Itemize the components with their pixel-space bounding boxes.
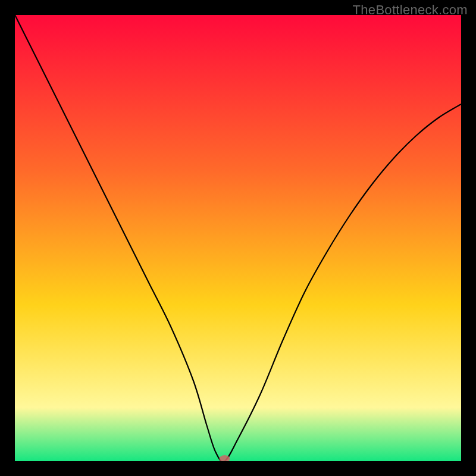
gradient-background [15, 15, 461, 461]
watermark-text: TheBottleneck.com [353, 2, 468, 18]
plot-area [15, 15, 461, 461]
chart-svg [15, 15, 461, 461]
chart-frame: TheBottleneck.com [0, 0, 476, 476]
